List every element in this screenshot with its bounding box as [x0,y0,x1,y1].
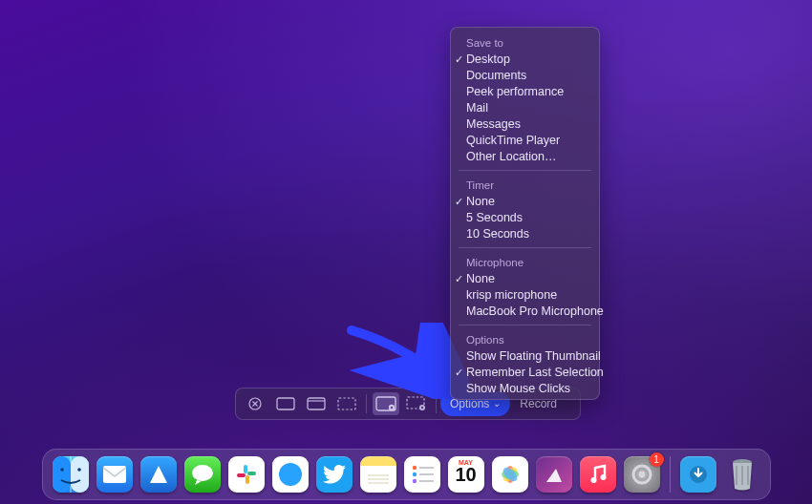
svg-point-40 [600,474,606,480]
menu-item-remember-last[interactable]: Remember Last Selection [451,365,599,381]
svg-rect-12 [71,456,89,493]
svg-rect-21 [237,473,246,477]
svg-rect-1 [277,398,294,410]
calendar-day: 10 [455,464,476,486]
menu-divider [459,247,591,248]
svg-point-17 [192,465,213,481]
capture-entire-screen-icon[interactable] [272,392,299,415]
svg-rect-19 [247,472,256,475]
options-menu: Save to Desktop Documents Peek performan… [450,27,600,400]
svg-marker-38 [546,469,562,482]
capture-selection-icon[interactable] [333,392,360,415]
dock: MAY 10 1 [42,449,771,500]
svg-point-22 [279,463,302,486]
menu-header-saveto: Save to [451,33,599,52]
svg-rect-15 [103,466,126,483]
toolbar-divider [366,394,367,413]
settings-badge: 1 [650,452,664,467]
dock-app-music[interactable] [580,456,616,493]
dock-container: MAY 10 1 [0,449,812,500]
svg-point-42 [638,472,645,478]
dock-app-calendar[interactable]: MAY 10 [448,456,484,493]
dock-app-trash[interactable] [724,456,760,493]
svg-point-7 [391,407,394,410]
svg-point-30 [412,479,416,483]
menu-item-mic-none[interactable]: None [451,271,599,287]
svg-rect-2 [308,398,325,410]
dock-app-reminders[interactable] [404,456,440,493]
dock-app-notes[interactable] [360,456,396,493]
menu-divider [459,325,591,326]
svg-point-10 [421,407,423,409]
svg-point-13 [60,468,64,472]
calendar-month: MAY [448,459,484,466]
menu-item-krisp-mic[interactable]: krisp microphone [451,287,599,304]
menu-item-desktop[interactable]: Desktop [451,52,599,68]
menu-divider [459,170,591,171]
menu-item-floating-thumb[interactable]: Show Floating Thumbnail [451,348,599,365]
dock-app-downloads[interactable] [680,456,716,493]
close-icon[interactable] [242,392,268,415]
menu-item-10-seconds[interactable]: 10 Seconds [451,226,599,242]
record-entire-screen-icon[interactable] [373,392,399,415]
menu-header-mic: Microphone [451,253,599,271]
dock-app-twitter[interactable] [316,456,353,493]
dock-app-photos[interactable] [492,456,528,493]
menu-item-timer-none[interactable]: None [451,194,599,210]
dock-app-messages[interactable] [184,456,221,493]
dock-app-mail[interactable] [96,456,133,493]
menu-item-show-clicks[interactable]: Show Mouse Clicks [451,381,599,397]
svg-rect-20 [246,475,249,484]
svg-marker-16 [150,466,167,483]
menu-header-options: Options [451,330,599,348]
svg-rect-18 [244,465,247,473]
svg-point-28 [412,466,416,470]
menu-item-macbook-mic[interactable]: MacBook Pro Microphone [451,304,599,320]
svg-point-39 [590,477,596,483]
menu-item-other-location[interactable]: Other Location… [451,149,599,165]
record-selection-icon[interactable] [403,392,430,415]
dock-app-finder[interactable] [53,456,89,493]
svg-point-29 [412,472,416,476]
dock-separator [670,456,671,493]
dock-app-slack[interactable] [228,456,265,493]
menu-item-peek-performance[interactable]: Peek performance [451,84,599,100]
menu-item-quicktime[interactable]: QuickTime Player [451,133,599,149]
dock-app-safari[interactable] [272,456,309,493]
dock-app-settings[interactable]: 1 [624,456,660,493]
svg-point-14 [77,468,81,472]
menu-item-messages[interactable]: Messages [451,116,599,133]
toolbar-divider-2 [436,394,437,413]
menu-header-timer: Timer [451,176,599,194]
dock-app-affinity[interactable] [536,456,572,493]
capture-window-icon[interactable] [303,392,330,415]
svg-rect-4 [338,398,355,410]
menu-item-mail[interactable]: Mail [451,100,599,116]
dock-app-launchpad[interactable] [140,456,177,493]
svg-rect-11 [53,456,71,493]
menu-item-5-seconds[interactable]: 5 Seconds [451,210,599,226]
menu-item-documents[interactable]: Documents [451,68,599,84]
